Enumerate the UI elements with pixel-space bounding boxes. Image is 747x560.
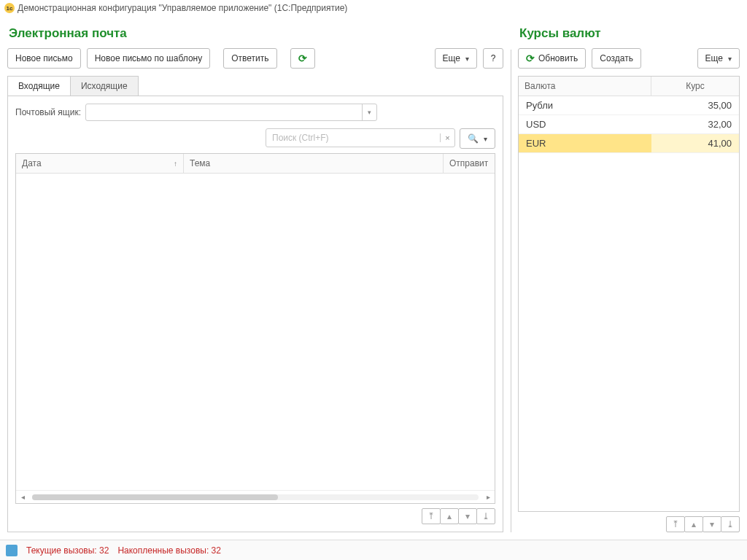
mailbox-combo[interactable]: ▾ bbox=[85, 104, 377, 121]
chevron-down-icon: ▾ bbox=[484, 135, 487, 143]
refresh-icon: ⟳ bbox=[298, 52, 307, 64]
scroll-left-icon[interactable]: ◂ bbox=[16, 493, 29, 501]
new-mail-button[interactable]: Новое письмо bbox=[7, 48, 81, 69]
double-up-icon: ⤒ bbox=[672, 519, 679, 529]
nav-last-button[interactable]: ⤓ bbox=[721, 516, 740, 532]
rates-row[interactable]: EUR41,00 bbox=[519, 134, 739, 153]
status-current-label: Текущие вызовы: bbox=[26, 545, 97, 556]
splitter[interactable] bbox=[503, 20, 518, 532]
rates-cell-currency: USD bbox=[519, 115, 651, 133]
rates-cell-rate: 32,00 bbox=[651, 115, 739, 133]
rates-cell-rate: 41,00 bbox=[651, 134, 739, 152]
mailbox-row: Почтовый ящик: ▾ bbox=[15, 104, 495, 121]
col-rate[interactable]: Курс bbox=[651, 77, 739, 96]
rates-create-button[interactable]: Создать bbox=[592, 48, 641, 69]
scroll-right-icon[interactable]: ▸ bbox=[481, 493, 495, 501]
mailbox-input[interactable] bbox=[86, 104, 362, 120]
nav-down-button[interactable]: ▾ bbox=[458, 508, 477, 524]
mailbox-dropdown-button[interactable]: ▾ bbox=[362, 104, 376, 120]
scroll-thumb[interactable] bbox=[32, 494, 278, 500]
double-up-icon: ⤒ bbox=[427, 511, 435, 521]
close-icon: × bbox=[445, 133, 449, 142]
email-nav-buttons: ⤒ ▴ ▾ ⤓ bbox=[15, 508, 495, 524]
nav-first-button[interactable]: ⤒ bbox=[422, 508, 441, 524]
col-date[interactable]: Дата ↑ bbox=[16, 154, 184, 173]
chevron-down-icon: ▾ bbox=[728, 55, 732, 63]
down-icon: ▾ bbox=[710, 519, 714, 529]
col-currency[interactable]: Валюта bbox=[519, 77, 651, 96]
rates-refresh-button[interactable]: ⟳ Обновить bbox=[518, 48, 586, 69]
rates-cell-currency: Рубли bbox=[519, 96, 651, 114]
col-subject-label: Тема bbox=[190, 158, 210, 168]
more-button[interactable]: Еще ▾ bbox=[435, 48, 477, 69]
nav-up-button[interactable]: ▴ bbox=[440, 508, 459, 524]
rates-row[interactable]: USD32,00 bbox=[519, 115, 739, 134]
search-row: × 🔍 ▾ bbox=[15, 128, 495, 149]
nav-down-button[interactable]: ▾ bbox=[703, 516, 721, 532]
new-mail-template-button[interactable]: Новое письмо по шаблону bbox=[87, 48, 211, 69]
rates-more-button[interactable]: Еще ▾ bbox=[697, 48, 740, 69]
chevron-down-icon: ▾ bbox=[465, 55, 469, 63]
email-table: Дата ↑ Тема Отправит ◂ ▸ bbox=[15, 153, 495, 504]
search-button[interactable]: 🔍 ▾ bbox=[460, 128, 495, 149]
rates-table: Валюта Курс Рубли35,00USD32,00EUR41,00 bbox=[518, 76, 740, 512]
down-icon: ▾ bbox=[465, 511, 470, 521]
email-table-body bbox=[16, 174, 495, 490]
rates-nav-buttons: ⤒ ▴ ▾ ⤓ bbox=[518, 516, 740, 532]
rates-table-header: Валюта Курс bbox=[519, 77, 739, 96]
search-input[interactable] bbox=[266, 133, 440, 143]
titlebar: 1c Демонстрационная конфигурация "Управл… bbox=[0, 0, 747, 16]
col-sender[interactable]: Отправит bbox=[444, 154, 495, 173]
search-icon: 🔍 bbox=[468, 133, 479, 144]
status-icon bbox=[6, 545, 18, 556]
chevron-down-icon: ▾ bbox=[368, 109, 371, 116]
col-subject[interactable]: Тема bbox=[184, 154, 444, 173]
double-down-icon: ⤓ bbox=[482, 511, 489, 521]
status-current-value: 32 bbox=[99, 545, 109, 556]
sort-asc-icon: ↑ bbox=[174, 160, 177, 168]
email-tabs: Входящие Исходящие bbox=[7, 76, 503, 96]
rates-table-body: Рубли35,00USD32,00EUR41,00 bbox=[519, 96, 739, 511]
col-currency-label: Валюта bbox=[525, 81, 555, 91]
col-rate-label: Курс bbox=[686, 81, 705, 91]
nav-up-button[interactable]: ▴ bbox=[684, 516, 703, 532]
mailbox-label: Почтовый ящик: bbox=[15, 107, 81, 117]
horizontal-scrollbar[interactable]: ◂ ▸ bbox=[16, 490, 495, 503]
statusbar: Текущие вызовы: 32 Накопленные вызовы: 3… bbox=[0, 540, 747, 560]
rates-toolbar: ⟳ Обновить Создать Еще ▾ bbox=[518, 48, 740, 69]
nav-first-button[interactable]: ⤒ bbox=[666, 516, 685, 532]
status-accumulated-label: Накопленные вызовы: bbox=[117, 545, 209, 556]
rates-row[interactable]: Рубли35,00 bbox=[519, 96, 739, 115]
up-icon: ▴ bbox=[692, 519, 696, 529]
tab-inbox[interactable]: Входящие bbox=[7, 76, 71, 96]
window-title: Демонстрационная конфигурация "Управляем… bbox=[18, 3, 347, 13]
refresh-icon: ⟳ bbox=[526, 52, 535, 64]
search-box: × bbox=[266, 128, 455, 147]
email-title: Электронная почта bbox=[9, 26, 503, 41]
main-area: Электронная почта Новое письмо Новое пис… bbox=[0, 16, 747, 540]
tab-outbox[interactable]: Исходящие bbox=[71, 76, 139, 96]
up-icon: ▴ bbox=[447, 511, 452, 521]
tab-content: Почтовый ящик: ▾ × 🔍 ▾ bbox=[7, 96, 503, 532]
col-sender-label: Отправит bbox=[449, 158, 488, 168]
app-icon: 1c bbox=[4, 3, 15, 13]
col-date-label: Дата bbox=[22, 158, 42, 168]
status-accumulated: Накопленные вызовы: 32 bbox=[117, 545, 221, 556]
help-button[interactable]: ? bbox=[483, 48, 503, 69]
scroll-track[interactable] bbox=[32, 494, 479, 500]
nav-last-button[interactable]: ⤓ bbox=[476, 508, 495, 524]
rates-refresh-label: Обновить bbox=[538, 53, 578, 63]
status-accumulated-value: 32 bbox=[212, 545, 221, 556]
rates-more-label: Еще bbox=[705, 53, 723, 63]
rates-cell-currency: EUR bbox=[519, 134, 651, 152]
status-current: Текущие вызовы: 32 bbox=[26, 545, 109, 556]
email-panel: Электронная почта Новое письмо Новое пис… bbox=[7, 20, 503, 532]
reply-button[interactable]: Ответить bbox=[223, 48, 276, 69]
email-table-header: Дата ↑ Тема Отправит bbox=[16, 154, 495, 174]
email-toolbar: Новое письмо Новое письмо по шаблону Отв… bbox=[7, 48, 503, 69]
refresh-button[interactable]: ⟳ bbox=[290, 48, 315, 69]
more-label: Еще bbox=[443, 53, 460, 63]
rates-cell-rate: 35,00 bbox=[651, 96, 739, 114]
double-down-icon: ⤓ bbox=[727, 519, 734, 529]
clear-search-button[interactable]: × bbox=[440, 133, 454, 142]
